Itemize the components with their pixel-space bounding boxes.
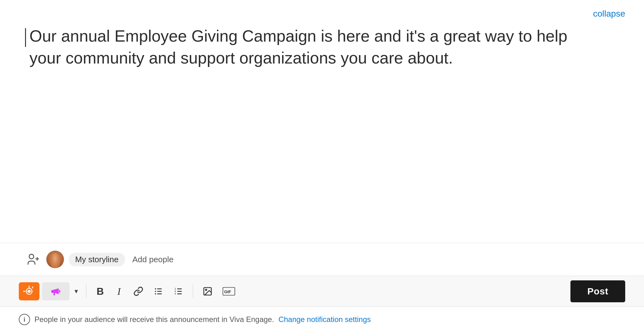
attachment-icon [203,286,213,296]
gif-icon: GIF [223,286,235,296]
toolbar-divider-2 [193,284,193,298]
info-icon: i [19,314,30,325]
numbered-list-icon: 1 2 3 [173,286,183,296]
svg-point-12 [155,293,156,294]
svg-point-11 [155,291,156,292]
audience-row: My storyline Add people [0,243,644,276]
svg-rect-9 [157,294,162,294]
svg-text:1: 1 [175,288,176,290]
numbered-list-button[interactable]: 1 2 3 [170,283,187,299]
svg-text:3: 3 [175,293,176,295]
toolbar: ▾ B I [0,276,644,307]
notification-text: People in your audience will receive thi… [34,315,274,324]
svg-text:2: 2 [175,290,176,292]
text-cursor [25,28,26,47]
announcement-button[interactable] [19,282,39,300]
add-person-icon[interactable] [25,251,41,268]
post-button[interactable]: Post [570,280,625,302]
add-people-button[interactable]: Add people [130,253,176,266]
svg-point-10 [155,288,156,289]
bullet-list-button[interactable] [150,283,167,299]
italic-button[interactable]: I [111,283,127,299]
svg-point-20 [205,289,207,290]
editor-body[interactable]: Our annual Employee Giving Campaign is h… [0,0,644,243]
announcement-selected-button[interactable] [42,282,70,300]
editor-text-content: Our annual Employee Giving Campaign is h… [25,25,589,69]
gif-button[interactable]: GIF [219,283,239,299]
svg-point-0 [29,254,34,259]
svg-rect-13 [177,289,182,289]
svg-rect-15 [177,294,182,294]
svg-point-5 [51,290,53,293]
notification-bar: i People in your audience will receive t… [0,307,644,332]
svg-text:GIF: GIF [224,289,231,294]
link-icon [133,286,143,296]
svg-rect-8 [157,291,162,292]
dropdown-chevron-button[interactable]: ▾ [72,285,80,297]
toolbar-divider-1 [86,284,86,298]
storyline-badge: My storyline [69,253,125,266]
svg-rect-6 [59,290,60,293]
attachment-button[interactable] [199,283,216,299]
change-notification-link[interactable]: Change notification settings [278,315,371,324]
editor-container: collapse Our annual Employee Giving Camp… [0,0,644,332]
bold-button[interactable]: B [92,283,108,299]
svg-rect-7 [157,289,162,289]
svg-rect-4 [26,290,33,292]
svg-rect-14 [177,291,182,292]
avatar [46,251,64,268]
link-button[interactable] [130,283,147,299]
bullet-list-icon [153,286,163,296]
